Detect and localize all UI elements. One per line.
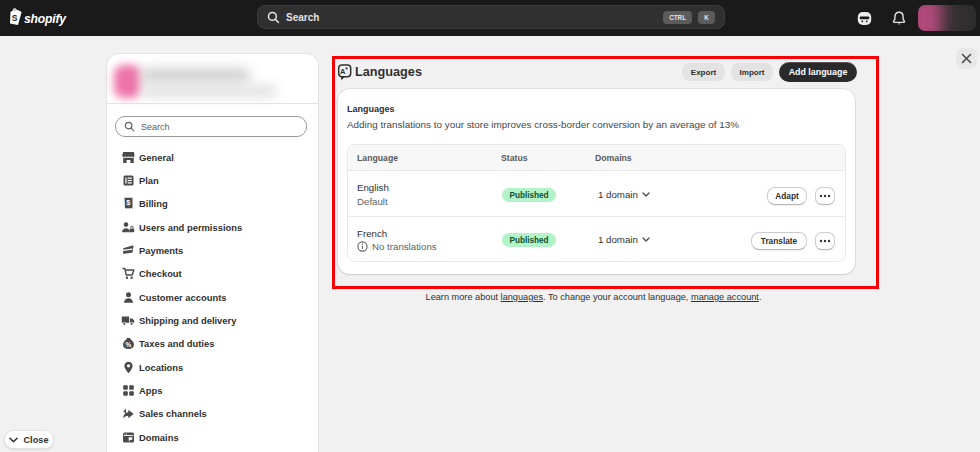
svg-text:%: %	[125, 341, 131, 348]
svg-text:S: S	[12, 13, 18, 23]
